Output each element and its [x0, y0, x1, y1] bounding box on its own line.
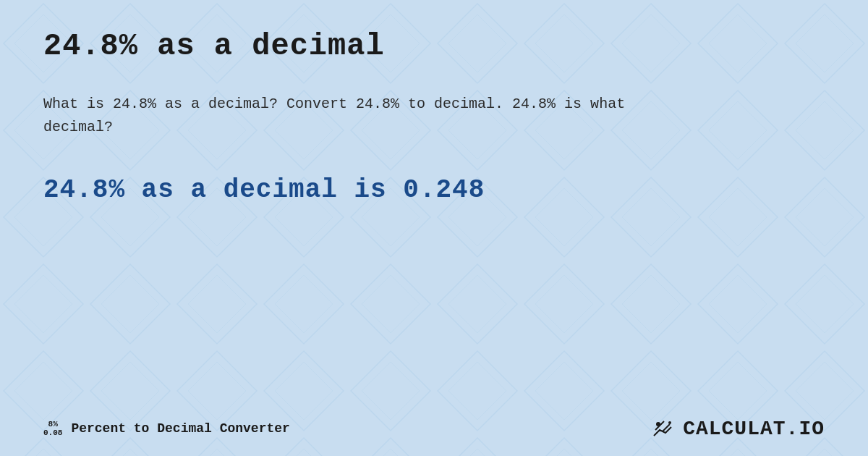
- page-title: 24.8% as a decimal: [43, 29, 825, 64]
- result-section: 24.8% as a decimal is 0.248: [43, 175, 825, 205]
- result-text: 24.8% as a decimal is 0.248: [43, 175, 825, 205]
- calculat-logo: CALCULAT.IO: [683, 418, 825, 440]
- icon-percent: 8%: [48, 420, 58, 428]
- icon-decimal: 0.08: [43, 428, 62, 437]
- calculator-icon: [650, 415, 676, 442]
- footer: 8% 0.08 Percent to Decimal Converter CAL…: [0, 415, 868, 442]
- footer-label: Percent to Decimal Converter: [71, 421, 289, 436]
- svg-point-7: [668, 421, 671, 424]
- footer-right: CALCULAT.IO: [650, 415, 825, 442]
- description-text: What is 24.8% as a decimal? Convert 24.8…: [43, 93, 694, 139]
- main-content: 24.8% as a decimal What is 24.8% as a de…: [0, 0, 868, 234]
- percent-decimal-icon: 8% 0.08: [43, 420, 62, 437]
- footer-left: 8% 0.08 Percent to Decimal Converter: [43, 420, 290, 437]
